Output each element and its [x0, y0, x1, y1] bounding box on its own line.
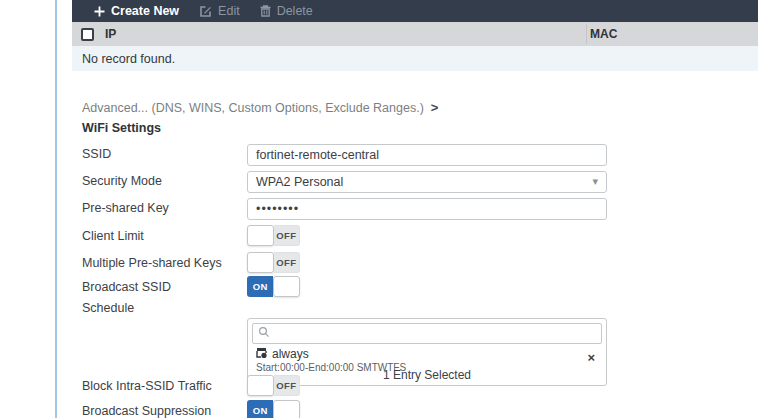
toggle-knob [247, 225, 274, 246]
schedule-label: Schedule [82, 301, 134, 315]
delete-label: Delete [277, 4, 313, 18]
broadcast-ssid-toggle[interactable]: ON [247, 276, 300, 297]
advanced-label: Advanced... (DNS, WINS, Custom Options, … [82, 101, 424, 115]
security-mode-select[interactable]: WPA2 Personal ▾ [247, 171, 607, 193]
schedule-selector: always Start:00:00-End:00:00 SMTWTFS × 1… [247, 318, 607, 386]
ssid-label: SSID [82, 147, 111, 161]
client-limit-toggle[interactable]: OFF [247, 225, 300, 246]
broadcast-suppression-label: Broadcast Suppression [82, 404, 211, 418]
table-toolbar: Create New Edit Delete [72, 0, 758, 22]
edit-label: Edit [218, 4, 240, 18]
table-header: IP MAC [72, 22, 758, 46]
security-mode-value: WPA2 Personal [256, 175, 343, 189]
recurring-schedule-icon [256, 347, 267, 361]
toggle-knob [247, 375, 274, 396]
ssid-input[interactable] [247, 144, 607, 166]
schedule-entry-name: always [272, 347, 309, 361]
create-new-label: Create New [111, 4, 179, 18]
dropdown-arrow-icon: ▾ [592, 175, 598, 188]
search-icon [258, 326, 270, 341]
panel-edge-divider[interactable] [55, 0, 57, 418]
broadcast-ssid-label: Broadcast SSID [82, 280, 171, 294]
toggle-state-label: OFF [274, 225, 300, 246]
toggle-state-label: ON [247, 400, 273, 418]
select-all-checkbox[interactable] [81, 28, 94, 41]
schedule-search-input[interactable] [252, 323, 602, 344]
block-intra-ssid-label: Block Intra-SSID Traffic [82, 379, 212, 393]
toggle-state-label: OFF [274, 252, 300, 273]
column-header-mac[interactable]: MAC [590, 22, 617, 46]
schedule-selection-count: 1 Entry Selected [248, 368, 606, 382]
column-divider [586, 24, 587, 44]
toggle-state-label: OFF [274, 375, 300, 396]
edit-icon [199, 5, 212, 18]
column-header-ip[interactable]: IP [105, 27, 116, 41]
multiple-psk-label: Multiple Pre-shared Keys [82, 256, 222, 270]
wifi-settings-heading: WiFi Settings [82, 121, 161, 135]
toggle-knob [273, 400, 300, 418]
broadcast-suppression-toggle[interactable]: ON [247, 400, 300, 418]
preshared-key-input[interactable] [247, 198, 607, 220]
plus-icon [94, 6, 105, 17]
chevron-right-icon: > [431, 100, 439, 115]
create-new-button[interactable]: Create New [94, 4, 179, 18]
toggle-knob [273, 276, 300, 297]
advanced-options-link[interactable]: Advanced... (DNS, WINS, Custom Options, … [82, 100, 438, 115]
block-intra-ssid-toggle[interactable]: OFF [247, 375, 300, 396]
empty-table-message: No record found. [72, 46, 758, 71]
security-mode-label: Security Mode [82, 174, 162, 188]
reservation-table: Create New Edit Delete IP MAC No record … [72, 0, 758, 71]
delete-button[interactable]: Delete [260, 4, 313, 18]
multiple-psk-toggle[interactable]: OFF [247, 252, 300, 273]
trash-icon [260, 5, 271, 17]
toggle-knob [247, 252, 274, 273]
client-limit-label: Client Limit [82, 229, 144, 243]
remove-entry-icon[interactable]: × [587, 351, 595, 364]
preshared-key-label: Pre-shared Key [82, 201, 169, 215]
toggle-state-label: ON [247, 276, 273, 297]
edit-button[interactable]: Edit [199, 4, 240, 18]
